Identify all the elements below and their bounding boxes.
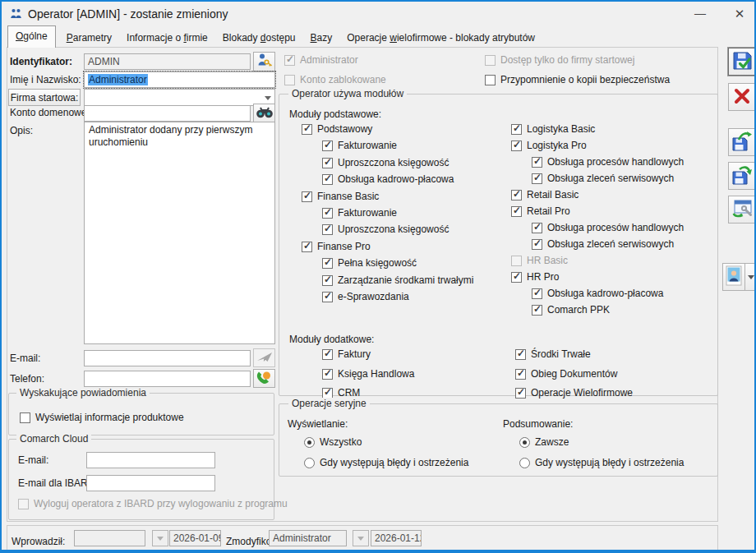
wprowadzil-date-dropdown (152, 530, 168, 546)
checkbox-retail-basic[interactable]: Retail Basic (511, 189, 579, 200)
checkbox-obieg-dokumentow[interactable]: Obieg Dokumentów (515, 368, 617, 380)
checkbox-label: CRM (338, 387, 360, 399)
checkbox-finanse-pro[interactable]: Finanse Pro (302, 241, 371, 252)
radio-icon (304, 458, 315, 468)
cloud-email-ibard-input[interactable] (86, 475, 215, 491)
wprowadzil-field (74, 530, 145, 546)
tab-bazy[interactable]: Bazy (303, 28, 340, 48)
checkbox-label: Obieg Dokumentów (531, 368, 617, 380)
comarch-cloud-group-title: Comarch Cloud (16, 433, 91, 445)
radio-icon (304, 437, 315, 448)
checkbox-label: Dostęp tylko do firmy startowej (500, 54, 634, 66)
window-wrench-icon (731, 197, 754, 222)
minimize-button[interactable]: — (685, 2, 715, 25)
checkbox-icon (322, 369, 333, 380)
checkbox-label: Księga Handlowa (338, 368, 414, 380)
checkbox-retail-pro[interactable]: Retail Pro (511, 205, 570, 217)
checkbox-icon (302, 242, 312, 252)
opis-textarea[interactable]: Administrator dodany przy pierwszym uruc… (84, 122, 275, 344)
send-icon (256, 352, 273, 365)
tab-parametry[interactable]: Parametry (59, 28, 119, 48)
radio-wyswietlanie-wszystko[interactable]: Wszystko (304, 436, 362, 448)
checkbox-zarzadzanie-srodkami-trwalymi[interactable]: Zarządzanie środkami trwałymi (322, 274, 473, 286)
person-card-icon (726, 265, 742, 288)
imie-nazwisko-input[interactable]: Administrator (84, 71, 275, 88)
checkbox-label: Administrator (300, 54, 358, 66)
save-and-next-button[interactable] (728, 162, 756, 190)
call-button[interactable] (253, 369, 275, 388)
checkbox-srodki-trwale[interactable]: Środki Trwałe (515, 348, 591, 360)
radio-wyswietlanie-bledy[interactable]: Gdy występują błędy i ostrzeżenia (304, 457, 468, 468)
checkbox-icon (322, 208, 333, 219)
checkbox-przypomnienie-kopia[interactable]: Przypomnienie o kopii bezpieczeństwa (485, 74, 670, 85)
telefon-input[interactable] (84, 371, 251, 387)
user-key-icon (256, 53, 273, 71)
checkbox-podstawowy-obsluga-kadrowo-placowa[interactable]: Obsługa kadrowo-płacowa (322, 173, 454, 185)
radio-podsumowanie-zawsze[interactable]: Zawsze (519, 436, 569, 448)
checkbox-hr-obsluga-kadrowo-placowa[interactable]: Obsługa kadrowo-płacowa (532, 288, 663, 299)
checkbox-logistyka-obsluga-zlecen[interactable]: Obsługa zleceń serwisowych (532, 173, 674, 184)
checkbox-icon (511, 272, 522, 283)
checkbox-comarch-ppk[interactable]: Comarch PPK (532, 304, 610, 316)
checkbox-e-sprawozdania[interactable]: e-Sprawozdania (322, 291, 409, 302)
podsumowanie-label: Podsumowanie: (503, 418, 573, 430)
checkbox-finanse-basic-fakturowanie[interactable]: Fakturowanie (322, 207, 397, 219)
firma-startowa-combo[interactable] (84, 89, 275, 106)
firma-startowa-button[interactable]: Firma startowa: (8, 89, 81, 106)
close-button[interactable]: ✕ (725, 2, 754, 25)
checkbox-logistyka-basic[interactable]: Logistyka Basic (511, 123, 595, 135)
identyfikator-field: ADMIN (84, 53, 251, 70)
checkbox-faktury[interactable]: Faktury (322, 348, 371, 360)
radio-podsumowanie-bledy[interactable]: Gdy występują błędy i ostrzeżenia (519, 457, 684, 468)
checkbox-finanse-basic[interactable]: Finanse Basic (302, 191, 379, 202)
tab-operacje-wielofirmowe[interactable]: Operacje wielofirmowe - blokady atrybutó… (339, 28, 542, 48)
checkbox-podstawowy-uproszczona-ksiegowosc[interactable]: Uproszczona księgowość (322, 157, 449, 168)
checkbox-label: Retail Pro (527, 205, 570, 217)
tab-informacje-o-firmie[interactable]: Informacje o firmie (119, 28, 215, 48)
checkbox-informacje-produktowe[interactable]: Wyświetlaj informacje produktowe (20, 412, 184, 423)
checkbox-logistyka-pro[interactable]: Logistyka Pro (511, 140, 587, 151)
checkbox-label: Faktury (338, 348, 371, 360)
checkbox-retail-obsluga-zlecen[interactable]: Obsługa zleceń serwisowych (532, 238, 674, 250)
checkbox-label: Obsługa zleceń serwisowych (547, 238, 674, 250)
operator-card-button[interactable] (722, 263, 745, 291)
radio-icon (519, 458, 530, 468)
checkbox-icon (532, 223, 542, 233)
save-and-previous-button[interactable] (728, 128, 756, 156)
email-input[interactable] (84, 350, 251, 366)
tab-ogolne[interactable]: Ogólne (7, 25, 56, 48)
checkbox-retail-obsluga-procesow[interactable]: Obsługa procesów handlowych (532, 222, 684, 233)
checkbox-logistyka-obsluga-procesow[interactable]: Obsługa procesów handlowych (532, 156, 684, 168)
window-settings-button[interactable] (728, 196, 756, 224)
checkbox-icon (302, 124, 312, 135)
checkbox-icon (322, 349, 333, 360)
konto-domenowe-input[interactable] (84, 105, 251, 122)
checkbox-icon (511, 124, 522, 135)
checkbox-konto-zablokowane: Konto zablokowane (284, 74, 386, 85)
cancel-button[interactable] (728, 83, 756, 111)
save-button[interactable] (728, 48, 756, 76)
tab-blokady-dostepu[interactable]: Blokady dostępu (215, 28, 303, 48)
chevron-down-icon (357, 537, 364, 541)
checkbox-icon (515, 369, 526, 380)
moduly-podstawowe-label: Moduły podstawowe: (289, 108, 381, 120)
zmodyfikowal-field: Administrator (269, 530, 347, 546)
checkbox-label: Środki Trwałe (531, 348, 591, 360)
floppy-arrow-down-icon (731, 164, 754, 188)
checkbox-podstawowy-fakturowanie[interactable]: Fakturowanie (322, 140, 397, 151)
operator-rights-button[interactable] (253, 52, 275, 71)
checkbox-hr-pro[interactable]: HR Pro (511, 271, 559, 283)
cloud-email-input[interactable] (86, 452, 215, 468)
checkbox-icon (485, 75, 496, 85)
checkbox-podstawowy[interactable]: Podstawowy (302, 123, 372, 135)
operator-card-dropdown[interactable] (744, 263, 756, 291)
konto-domenowe-label: Konto domenowe: (10, 107, 90, 118)
checkbox-ksiega-handlowa[interactable]: Księga Handlowa (322, 368, 414, 380)
checkbox-crm[interactable]: CRM (322, 387, 360, 399)
checkbox-operacje-wielofirmowe[interactable]: Operacje Wielofirmowe (515, 387, 633, 399)
checkbox-icon (532, 239, 542, 250)
checkbox-finanse-basic-uproszczona-ksiegowosc[interactable]: Uproszczona księgowość (322, 224, 449, 235)
wprowadzil-label: Wprowadził: (12, 536, 65, 547)
checkbox-pelna-ksiegowosc[interactable]: Pełna księgowość (322, 257, 417, 269)
domain-search-button[interactable] (253, 104, 275, 122)
